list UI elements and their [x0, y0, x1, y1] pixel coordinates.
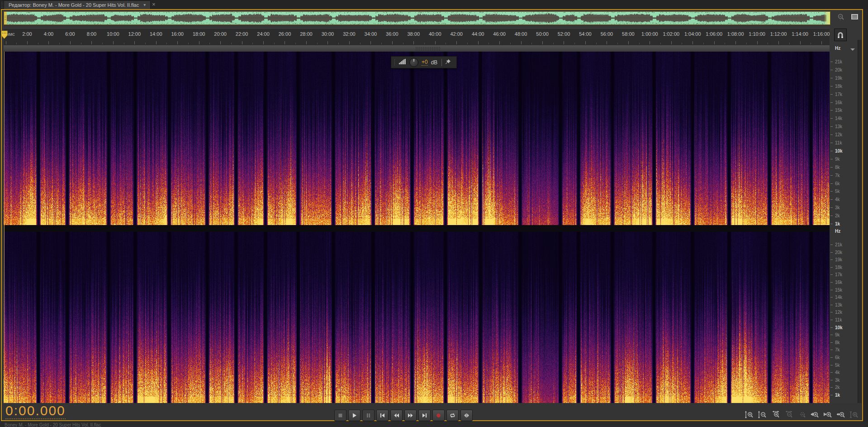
skip-selection-button[interactable] — [460, 410, 473, 421]
ruler-time-label: 10:00 — [107, 31, 119, 37]
ruler-tick — [156, 41, 157, 44]
zoom-in-at-out-point-button[interactable] — [823, 411, 833, 419]
ruler-tick — [252, 43, 253, 44]
record-button[interactable] — [432, 410, 445, 421]
ruler-tick — [746, 43, 747, 44]
ruler-tick — [660, 43, 661, 44]
hud-grip-icon[interactable] — [394, 59, 396, 66]
ruler-time-label: 36:00 — [386, 31, 398, 37]
ruler-time-label: 48:00 — [515, 31, 527, 37]
time-display[interactable]: 0:00.000 — [5, 403, 66, 419]
panel-menu-icon[interactable] — [851, 14, 859, 22]
gain-value[interactable]: +0 — [422, 59, 428, 66]
overview-zoom-out-icon[interactable] — [836, 13, 845, 23]
ruler-tick — [381, 43, 382, 44]
tab-bar: Редактор: Boney M. - More Gold - 20 Supe… — [0, 0, 868, 9]
gain-knob[interactable] — [409, 58, 418, 67]
ruler-time-label: 8:00 — [87, 31, 96, 37]
playhead-line — [4, 52, 5, 403]
ruler-time-label: 12:00 — [128, 31, 141, 37]
ruler-tick — [327, 41, 328, 44]
ruler-time-label: 1:06:00 — [706, 31, 722, 37]
playhead-marker[interactable] — [0, 30, 8, 41]
ruler-time-label: 34:00 — [365, 31, 377, 37]
ruler-time-label: 26:00 — [279, 31, 291, 37]
ruler-time-label: 22:00 — [236, 31, 248, 37]
play-button[interactable] — [348, 410, 360, 421]
ruler-tick — [596, 43, 597, 44]
ruler-time-label: 1:02:00 — [663, 31, 679, 37]
ruler-tick — [735, 41, 736, 44]
spectrogram-left-channel[interactable] — [4, 52, 830, 225]
editor-tab[interactable]: Редактор: Boney M. - More Gold - 20 Supe… — [4, 0, 151, 9]
ruler-tick — [242, 41, 242, 44]
ruler-time-label: 50:00 — [536, 31, 549, 37]
ruler-tick — [392, 41, 393, 44]
ruler-tick — [800, 41, 801, 44]
splitter-grip-icon[interactable] — [415, 47, 441, 50]
ruler-time-label: 30:00 — [322, 31, 334, 37]
ruler-tick — [703, 43, 704, 44]
ruler-time-label: 58:00 — [622, 31, 635, 37]
zoom-in-at-in-point-button[interactable] — [810, 411, 820, 419]
zoom-toolbar — [745, 411, 859, 419]
freq-scale-menu-icon[interactable] — [850, 48, 855, 51]
ruler-tick — [789, 43, 790, 44]
channel-divider[interactable] — [4, 225, 830, 232]
ruler-tick — [70, 41, 71, 44]
zoom-out-time-button[interactable] — [784, 411, 794, 419]
zoom-out-amplitude-button[interactable] — [758, 411, 768, 419]
ruler-time-label: 40:00 — [429, 31, 441, 37]
ruler-time-label: 1:12:00 — [770, 31, 787, 37]
ruler-tick — [177, 41, 178, 44]
ruler-tick — [370, 41, 371, 44]
skip-to-next-button[interactable] — [418, 410, 431, 421]
ruler-time-label: 28:00 — [300, 31, 313, 37]
ruler-tick — [671, 41, 672, 44]
ruler-tick — [199, 41, 199, 44]
rewind-button[interactable] — [390, 410, 403, 421]
zoom-out-full-button[interactable] — [797, 411, 807, 419]
ruler-tick — [209, 43, 210, 44]
ruler-time-label: 1:14:00 — [792, 31, 808, 37]
ruler-tick — [113, 41, 114, 44]
bottom-bar: 0:00.000 — [2, 403, 862, 420]
ruler-time-label: 4:00 — [44, 31, 53, 37]
ruler-tick — [435, 41, 436, 44]
skip-to-previous-button[interactable] — [376, 410, 389, 421]
ruler-time-label: 1:10:00 — [749, 31, 765, 37]
level-hud[interactable]: +0 dB — [391, 56, 457, 68]
ruler-tick — [757, 41, 758, 44]
pin-icon[interactable] — [445, 58, 451, 67]
zoom-in-time-button[interactable] — [771, 411, 781, 419]
tab-close-icon[interactable]: × — [152, 1, 156, 8]
gain-unit-label: dB — [431, 59, 438, 66]
hud-separator — [441, 59, 442, 66]
tab-dropdown-icon[interactable]: ▾ — [143, 3, 146, 7]
ruler-tick — [413, 41, 414, 44]
waveform-overview[interactable] — [4, 11, 830, 25]
ruler-time-label: 1:04:00 — [684, 31, 701, 37]
ruler-tick — [510, 43, 511, 44]
zoom-to-selection-button[interactable] — [836, 411, 846, 419]
reset-zoom-button[interactable] — [849, 411, 859, 419]
ruler-tick — [564, 41, 564, 44]
spectrogram-right-channel[interactable] — [4, 232, 830, 403]
audition-window: Редактор: Boney M. - More Gold - 20 Supe… — [0, 0, 868, 427]
ruler-tick — [821, 41, 822, 44]
snap-magnet-button[interactable] — [834, 29, 847, 41]
ruler-tick — [220, 41, 221, 44]
pause-button[interactable] — [362, 410, 375, 421]
vertical-scrollbar[interactable] — [858, 40, 862, 420]
zoom-in-amplitude-button[interactable] — [745, 411, 754, 419]
fast-forward-button[interactable] — [404, 410, 417, 421]
ruler-tick — [124, 43, 124, 44]
stop-button[interactable] — [334, 410, 346, 421]
ruler-tick — [607, 41, 607, 44]
ruler-tick — [6, 41, 6, 44]
timeline-ruler[interactable]: чмс 2:004:006:008:0010:0012:0014:0016:00… — [4, 28, 830, 46]
ruler-tick — [693, 41, 693, 44]
ruler-time-label: 1:00:00 — [641, 31, 658, 37]
loop-playback-button[interactable] — [446, 410, 459, 421]
ruler-tick — [778, 41, 779, 44]
